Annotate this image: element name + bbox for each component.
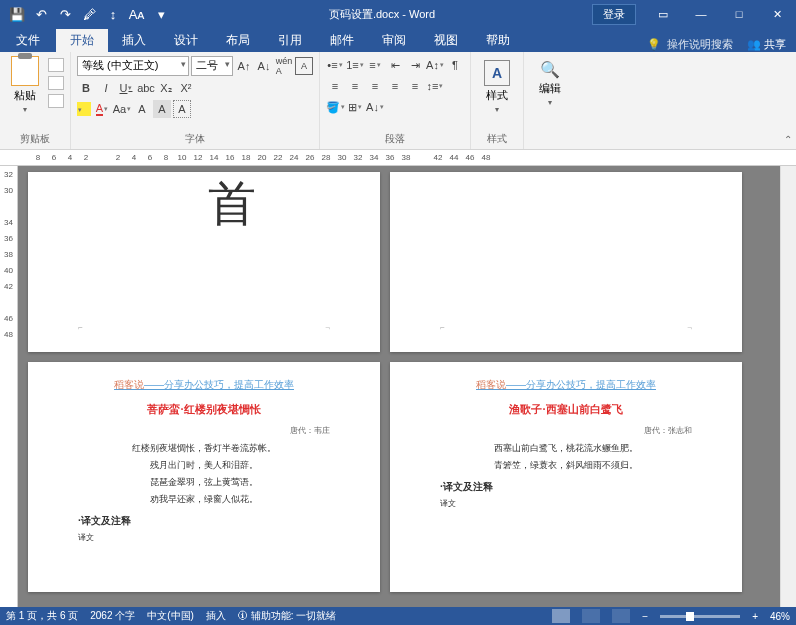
numbering-button[interactable]: 1≡ <box>346 56 364 74</box>
document-page[interactable]: ⌐ ¬ <box>390 172 742 352</box>
enclose-char-button[interactable]: A <box>295 57 313 75</box>
window-controls: 登录 ▭ — □ ✕ <box>592 0 796 28</box>
tab-review[interactable]: 审阅 <box>368 29 420 52</box>
format-painter-button[interactable] <box>48 94 64 108</box>
close-button[interactable]: ✕ <box>758 0 796 28</box>
minimize-button[interactable]: — <box>682 0 720 28</box>
align-left-button[interactable]: ≡ <box>326 77 344 95</box>
document-page[interactable]: 首 ⌐ ¬ <box>28 172 380 352</box>
qat-more-icon[interactable]: 🖉 <box>78 3 100 25</box>
window-title: 页码设置.docx - Word <box>172 7 592 22</box>
view-web-layout-button[interactable] <box>612 609 630 623</box>
view-print-layout-button[interactable] <box>582 609 600 623</box>
view-read-mode-button[interactable] <box>552 609 570 623</box>
multilevel-button[interactable]: ≡ <box>366 56 384 74</box>
status-insert-mode[interactable]: 插入 <box>206 609 226 623</box>
char-shading-button[interactable]: A <box>153 100 171 118</box>
copy-button[interactable] <box>48 76 64 90</box>
bullets-button[interactable]: •≡ <box>326 56 344 74</box>
borders-button[interactable]: ⊞ <box>346 98 364 116</box>
grow-font-button[interactable]: A↑ <box>235 57 253 75</box>
tab-file[interactable]: 文件 <box>0 29 56 52</box>
status-accessibility[interactable]: 🛈 辅助功能: 一切就绪 <box>238 609 336 623</box>
shading-button[interactable]: 🪣 <box>326 98 344 116</box>
change-case-button[interactable]: Aa <box>113 100 131 118</box>
collapse-ribbon-icon[interactable]: ⌃ <box>784 134 792 145</box>
vertical-scrollbar[interactable] <box>780 166 796 607</box>
document-canvas[interactable]: 首 ⌐ ¬ ⌐ ¬ 稻客说——分享办公技巧，提高工作效率 菩萨蛮·红楼别夜堪惆怅… <box>18 166 780 607</box>
char-border-button[interactable]: A <box>173 100 191 118</box>
maximize-button[interactable]: □ <box>720 0 758 28</box>
page-text: 首 <box>208 172 256 236</box>
shrink-font-button[interactable]: A↓ <box>255 57 273 75</box>
document-page[interactable]: 稻客说——分享办公技巧，提高工作效率 菩萨蛮·红楼别夜堪惆怅 唐代：韦庄 红楼别… <box>28 362 380 592</box>
zoom-in-button[interactable]: + <box>752 611 758 622</box>
page-header: 稻客说——分享办公技巧，提高工作效率 <box>440 378 692 392</box>
horizontal-ruler[interactable]: 8642246810121416182022242628303234363842… <box>0 150 796 166</box>
italic-button[interactable]: I <box>97 79 115 97</box>
distribute-button[interactable]: ≡ <box>406 77 424 95</box>
status-wordcount[interactable]: 2062 个字 <box>90 609 135 623</box>
tab-view[interactable]: 视图 <box>420 29 472 52</box>
qat-item-icon[interactable]: Aᴀ <box>126 3 148 25</box>
font-color-button[interactable]: A <box>93 100 111 118</box>
styles-button[interactable]: A 样式 ▾ <box>477 60 517 114</box>
share-button[interactable]: 👥 共享 <box>747 37 786 52</box>
page-header: 稻客说——分享办公技巧，提高工作效率 <box>78 378 330 392</box>
document-area: 323034363840424648 首 ⌐ ¬ ⌐ ¬ 稻客说——分享办公技巧… <box>0 166 796 607</box>
poem-line: 残月出门时，美人和泪辞。 <box>78 459 330 472</box>
redo-button[interactable]: ↷ <box>54 3 76 25</box>
text-highlight-button[interactable] <box>77 102 91 116</box>
tell-me-label: 操作说明搜索 <box>667 37 733 52</box>
font-size-combo[interactable]: 二号 <box>191 56 233 76</box>
qat-item-icon[interactable]: ↕ <box>102 3 124 25</box>
phonetic-guide-button[interactable]: wénA <box>275 57 293 75</box>
tab-mailings[interactable]: 邮件 <box>316 29 368 52</box>
justify-button[interactable]: ≡ <box>386 77 404 95</box>
asian-layout-button[interactable]: A↕ <box>426 56 444 74</box>
line-spacing-button[interactable]: ↕≡ <box>426 77 444 95</box>
find-icon: 🔍 <box>540 60 560 79</box>
status-page[interactable]: 第 1 页，共 6 页 <box>6 609 78 623</box>
font-name-combo[interactable]: 等线 (中文正文) <box>77 56 189 76</box>
save-button[interactable]: 💾 <box>6 3 28 25</box>
undo-button[interactable]: ↶ <box>30 3 52 25</box>
cut-button[interactable] <box>48 58 64 72</box>
tab-references[interactable]: 引用 <box>264 29 316 52</box>
zoom-slider[interactable] <box>660 615 740 618</box>
tab-design[interactable]: 设计 <box>160 29 212 52</box>
tab-help[interactable]: 帮助 <box>472 29 524 52</box>
bold-button[interactable]: B <box>77 79 95 97</box>
align-center-button[interactable]: ≡ <box>346 77 364 95</box>
section-sub: 译文 <box>78 532 330 543</box>
superscript-button[interactable]: X² <box>177 79 195 97</box>
zoom-level[interactable]: 46% <box>770 611 790 622</box>
decrease-indent-button[interactable]: ⇤ <box>386 56 404 74</box>
sort-button[interactable]: A↓ <box>366 98 384 116</box>
login-button[interactable]: 登录 <box>592 4 636 25</box>
document-page[interactable]: 稻客说——分享办公技巧，提高工作效率 渔歌子·西塞山前白鹭飞 唐代：张志和 西塞… <box>390 362 742 592</box>
subscript-button[interactable]: X₂ <box>157 79 175 97</box>
editing-button[interactable]: 🔍 编辑 ▾ <box>530 60 570 107</box>
group-label: 段落 <box>326 130 464 149</box>
underline-button[interactable]: U <box>117 79 135 97</box>
group-label <box>530 144 570 149</box>
vertical-ruler[interactable]: 323034363840424648 <box>0 166 18 607</box>
tab-insert[interactable]: 插入 <box>108 29 160 52</box>
share-label: 共享 <box>764 38 786 50</box>
group-label: 剪贴板 <box>6 130 64 149</box>
show-marks-button[interactable]: ¶ <box>446 56 464 74</box>
crop-mark-icon: ¬ <box>325 323 330 332</box>
align-right-button[interactable]: ≡ <box>366 77 384 95</box>
paste-button[interactable]: 粘贴 ▾ <box>6 56 44 114</box>
tab-layout[interactable]: 布局 <box>212 29 264 52</box>
increase-indent-button[interactable]: ⇥ <box>406 56 424 74</box>
zoom-out-button[interactable]: − <box>642 611 648 622</box>
tab-home[interactable]: 开始 <box>56 29 108 52</box>
ribbon-display-icon[interactable]: ▭ <box>644 0 682 28</box>
strikethrough-button[interactable]: abc <box>137 79 155 97</box>
clear-format-button[interactable]: A <box>133 100 151 118</box>
qat-customize-icon[interactable]: ▾ <box>150 3 172 25</box>
status-language[interactable]: 中文(中国) <box>147 609 194 623</box>
tell-me-search[interactable]: 💡 操作说明搜索 <box>647 37 733 52</box>
